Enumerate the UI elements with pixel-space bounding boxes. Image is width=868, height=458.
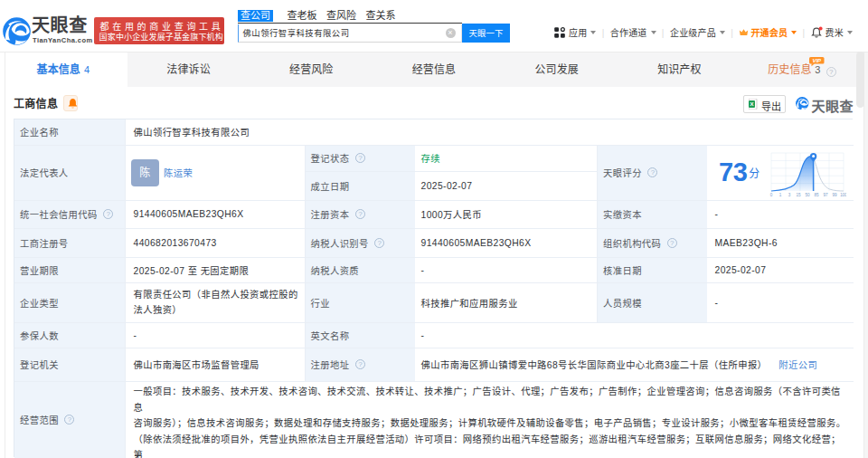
svg-text:1: 1	[779, 193, 782, 197]
svg-text:X: X	[750, 101, 753, 107]
svg-text:97: 97	[823, 193, 828, 197]
svg-text:100: 100	[840, 193, 846, 197]
svg-text:0: 0	[770, 193, 773, 197]
svg-text:15: 15	[796, 193, 801, 197]
svg-text:50: 50	[805, 193, 810, 197]
svg-text:99: 99	[832, 193, 837, 197]
svg-text:VIP: VIP	[812, 58, 822, 63]
svg-text:85: 85	[814, 193, 819, 197]
svg-text:3: 3	[788, 193, 791, 197]
